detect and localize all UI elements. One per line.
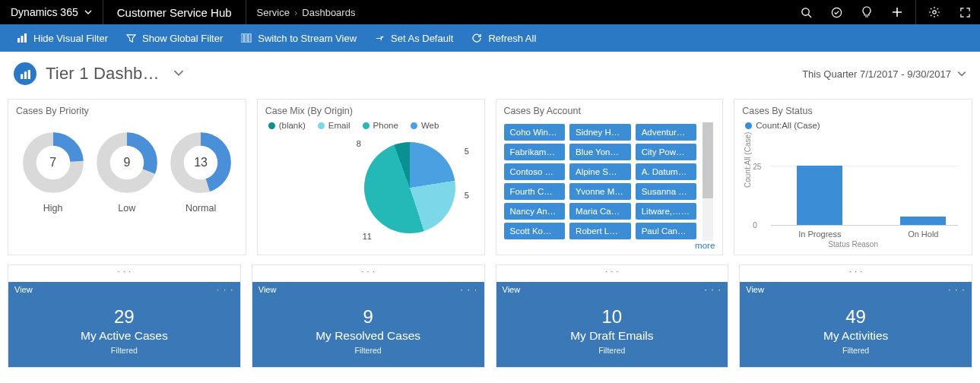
- pie-chart[interactable]: [364, 142, 455, 233]
- account-chip[interactable]: Litware,… (1): [636, 203, 697, 220]
- legend-item[interactable]: Web: [411, 121, 439, 130]
- lightbulb-icon[interactable]: [852, 0, 882, 24]
- kebab-icon[interactable]: · · ·: [948, 285, 966, 294]
- command-bar: Hide Visual Filter Show Global Filter Sw…: [0, 24, 980, 52]
- app-switcher[interactable]: Dynamics 365: [0, 0, 103, 24]
- legend-swatch: [745, 122, 752, 129]
- bar-on-hold[interactable]: [900, 217, 946, 225]
- donut-normal[interactable]: 13 Normal: [170, 131, 232, 214]
- breadcrumb-service[interactable]: Service: [257, 7, 290, 18]
- breadcrumb-dashboards[interactable]: Dashboards: [302, 7, 355, 18]
- stream-title: My Active Cases: [13, 329, 236, 343]
- account-chip[interactable]: Fabrikam… (1): [504, 144, 566, 160]
- account-chip[interactable]: Contoso … (1): [504, 163, 566, 180]
- donut-label: High: [22, 203, 84, 214]
- fullscreen-icon[interactable]: [950, 0, 980, 24]
- cmd-label: Refresh All: [488, 33, 536, 44]
- stream-title: My Activities: [744, 329, 967, 343]
- legend-item[interactable]: Email: [318, 121, 350, 130]
- set-default-button[interactable]: Set As Default: [366, 24, 462, 52]
- account-chip[interactable]: Fourth C… (1): [504, 183, 566, 200]
- donut-value: 7: [22, 131, 84, 194]
- stream-draft-emails[interactable]: · · · View · · · 10 My Draft Emails Filt…: [496, 264, 729, 368]
- stream-header: View · · ·: [252, 282, 484, 297]
- stream-title: My Resolved Cases: [257, 329, 480, 343]
- bar-plot[interactable]: 25 0 In Progress On Hold: [771, 141, 958, 226]
- account-chip[interactable]: Coho Win… (2): [504, 124, 566, 141]
- dashboard-icon: [14, 62, 36, 85]
- card-menu-icon[interactable]: · · ·: [252, 265, 484, 282]
- legend-item[interactable]: Phone: [363, 121, 398, 130]
- account-chip[interactable]: Paul Can… (1): [636, 223, 697, 239]
- bar-legend[interactable]: Count:All (Case): [745, 121, 964, 130]
- account-chip[interactable]: Adventur… (1): [636, 124, 697, 141]
- stream-active-cases[interactable]: · · · View · · · 29 My Active Cases Filt…: [8, 264, 241, 368]
- card-title: Cases By Account: [504, 106, 715, 116]
- kebab-icon[interactable]: · · ·: [461, 285, 478, 294]
- more-link[interactable]: more: [692, 241, 715, 250]
- view-label[interactable]: View: [746, 285, 764, 294]
- account-chip[interactable]: Alpine S… (1): [569, 163, 631, 180]
- bar-in-progress[interactable]: [797, 166, 842, 225]
- pie-area: 8 5 5 11: [265, 135, 477, 248]
- donut-low[interactable]: 9 Low: [96, 131, 158, 214]
- hide-visual-filter-button[interactable]: Hide Visual Filter: [8, 24, 117, 52]
- breadcrumb-separator: ›: [294, 7, 297, 18]
- gear-icon[interactable]: [919, 0, 950, 24]
- view-label[interactable]: View: [258, 285, 277, 294]
- bar-label: In Progress: [789, 229, 850, 239]
- view-label[interactable]: View: [503, 285, 521, 294]
- stream-header: View · · ·: [496, 282, 728, 297]
- add-icon[interactable]: [882, 0, 912, 24]
- date-range-label: This Quarter 7/1/2017 - 9/30/2017: [802, 68, 951, 80]
- account-chip[interactable]: Robert L… (1): [569, 223, 631, 239]
- account-chip[interactable]: Nancy An… (1): [504, 203, 566, 220]
- account-chip[interactable]: Yvonne M… (1): [569, 183, 631, 200]
- card-menu-icon[interactable]: · · ·: [8, 265, 240, 282]
- svg-point-0: [801, 8, 808, 14]
- breadcrumb: Service › Dashboards: [246, 7, 366, 18]
- stream-row: · · · View · · · 29 My Active Cases Filt…: [0, 264, 980, 378]
- account-chip[interactable]: Scott Ko… (1): [504, 223, 566, 239]
- legend-label: Email: [328, 121, 350, 130]
- card-title: Case Mix (By Origin): [265, 106, 477, 116]
- account-chip[interactable]: A. Datum… (1): [636, 163, 697, 180]
- search-icon[interactable]: [791, 0, 821, 24]
- donut-chart: 13: [170, 131, 232, 194]
- account-chip[interactable]: City Pow… (1): [636, 144, 697, 160]
- switch-stream-view-button[interactable]: Switch to Stream View: [232, 24, 366, 52]
- legend-item[interactable]: (blank): [268, 121, 306, 130]
- task-icon[interactable]: [821, 0, 852, 24]
- chevron-down-icon: [957, 69, 966, 78]
- card-menu-icon[interactable]: · · ·: [496, 265, 728, 282]
- kebab-icon[interactable]: · · ·: [217, 285, 234, 294]
- account-chip[interactable]: Maria Ca… (1): [569, 203, 631, 220]
- stream-activities[interactable]: · · · View · · · 49 My Activities Filter…: [739, 264, 972, 368]
- view-label[interactable]: View: [14, 285, 33, 294]
- kebab-icon[interactable]: · · ·: [704, 285, 722, 294]
- y-tick: 0: [753, 221, 757, 229]
- stream-count: 49: [744, 306, 967, 328]
- account-chip[interactable]: Sidney H… (1): [569, 124, 631, 141]
- dashboard-title[interactable]: Tier 1 Dashb…: [46, 64, 160, 84]
- svg-rect-3: [17, 38, 20, 43]
- scrollbar-thumb[interactable]: [702, 122, 713, 198]
- card-menu-icon[interactable]: · · ·: [740, 265, 972, 282]
- date-range-picker[interactable]: This Quarter 7/1/2017 - 9/30/2017: [802, 68, 966, 80]
- donut-label: Low: [96, 203, 158, 214]
- account-chip[interactable]: Susanna … (1): [636, 183, 697, 200]
- svg-rect-9: [21, 74, 23, 78]
- stream-resolved-cases[interactable]: · · · View · · · 9 My Resolved Cases Fil…: [252, 264, 485, 368]
- account-chip[interactable]: Blue Yon… (1): [569, 144, 631, 160]
- bar-label: On Hold: [893, 229, 953, 239]
- hub-title[interactable]: Customer Service Hub: [103, 0, 246, 24]
- show-global-filter-button[interactable]: Show Global Filter: [117, 24, 232, 52]
- donut-label: Normal: [170, 203, 232, 214]
- chips-grid: Coho Win… (2) Sidney H… (1) Adventur… (1…: [504, 124, 715, 239]
- donut-high[interactable]: 7 High: [22, 131, 84, 214]
- legend-label: Count:All (Case): [756, 121, 820, 130]
- dashboard-picker[interactable]: [173, 68, 184, 81]
- svg-rect-5: [24, 33, 27, 43]
- refresh-all-button[interactable]: Refresh All: [462, 24, 545, 52]
- stream-count: 10: [501, 306, 724, 328]
